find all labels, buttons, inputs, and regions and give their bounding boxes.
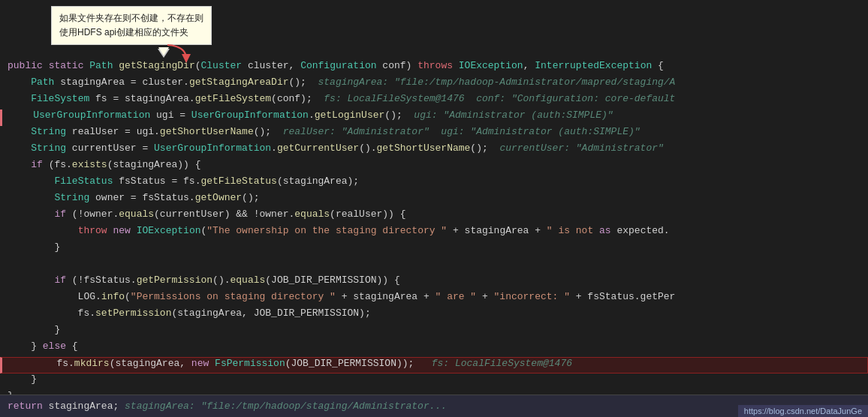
code-line-17: } — [0, 324, 868, 340]
bottom-bar: return stagingArea; stagingArea: "file:/… — [0, 394, 868, 417]
tooltip-box: 如果文件夹存在则不创建，不存在则 使用HDFS api创建相应的文件夹 — [51, 6, 212, 45]
code-line-6: String currentUser = UserGroupInformatio… — [0, 142, 868, 159]
code-line-15: LOG.info("Permissions on staging directo… — [0, 291, 868, 308]
code-line-18: } else { — [0, 340, 868, 357]
code-line-10: if (!owner.equals(currentUser) && !owner… — [0, 208, 868, 225]
code-line-4: UserGroupInformation ugi = UserGroupInfo… — [0, 110, 868, 126]
return-statement: return stagingArea; stagingArea: "file:/… — [8, 400, 447, 412]
code-line-7: if (fs.exists(stagingArea)) { — [0, 159, 868, 176]
code-line-empty — [0, 258, 868, 274]
tooltip-text-line1: 如果文件夹存在则不创建，不存在则 — [59, 13, 203, 23]
red-arrow-icon — [164, 44, 194, 66]
code-line-20: } — [0, 374, 868, 390]
blog-url: https://blog.csdn.net/DataJunGe — [738, 405, 868, 417]
code-line-mkdirs: fs.mkdirs(stagingArea, new FsPermission(… — [0, 357, 868, 374]
code-line-8: FileStatus fsStatus = fs.getFileStatus(s… — [0, 176, 868, 192]
code-line-5: String realUser = ugi.getShortUserName()… — [0, 126, 868, 142]
code-container: 如果文件夹存在则不创建，不存在则 使用HDFS api创建相应的文件夹 publ… — [0, 0, 868, 417]
code-line-11: throw new IOException("The ownership on … — [0, 225, 868, 242]
code-area: public static Path getStagingDir(Cluster… — [0, 60, 868, 394]
code-line-14: if (!fsStatus.getPermission().equals(JOB… — [0, 274, 868, 291]
code-line-1: public static Path getStagingDir(Cluster… — [0, 60, 868, 76]
code-line-12: } — [0, 242, 868, 258]
code-line-2: Path stagingArea = cluster.getStagingAre… — [0, 76, 868, 93]
code-line-9: String owner = fsStatus.getOwner(); — [0, 192, 868, 208]
code-line-3: FileSystem fs = stagingArea.getFileSyste… — [0, 93, 868, 110]
code-line-16: fs.setPermission(stagingArea, JOB_DIR_PE… — [0, 308, 868, 324]
tooltip-text-line2: 使用HDFS api创建相应的文件夹 — [59, 27, 188, 38]
